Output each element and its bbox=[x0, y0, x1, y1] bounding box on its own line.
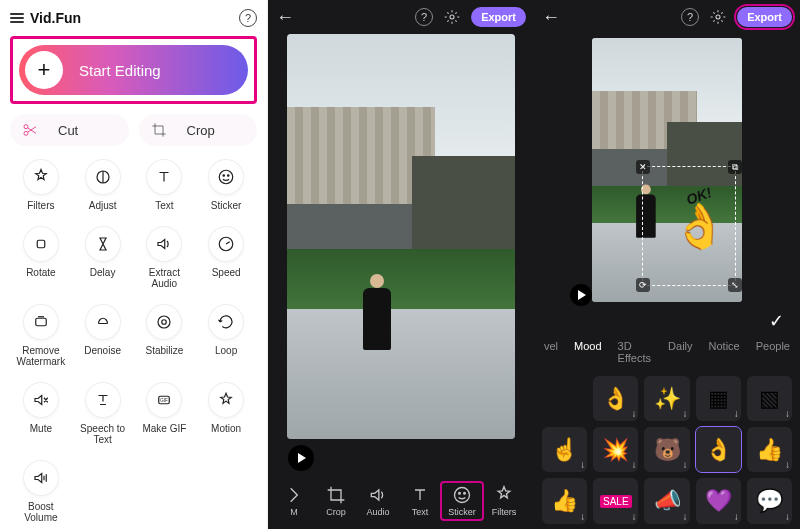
export-button[interactable]: Export bbox=[737, 7, 792, 27]
play-button[interactable] bbox=[288, 445, 314, 471]
delete-handle[interactable]: ✕ bbox=[636, 160, 650, 174]
tool-delay[interactable]: Delay bbox=[72, 227, 134, 289]
editor-toolbar: M Crop Audio Text Sticker Filters All bbox=[268, 473, 534, 529]
confirm-button[interactable]: ✓ bbox=[769, 310, 784, 332]
sticker-item[interactable]: 📣↓ bbox=[644, 478, 689, 523]
cut-button[interactable]: Cut bbox=[10, 114, 129, 146]
tool-extract-audio[interactable]: Extract Audio bbox=[134, 227, 196, 289]
download-icon: ↓ bbox=[734, 408, 739, 419]
denoise-icon bbox=[86, 305, 120, 339]
download-icon: ↓ bbox=[631, 511, 636, 522]
back-button[interactable]: ← bbox=[276, 7, 294, 28]
cat-tab[interactable]: vel bbox=[544, 340, 558, 364]
text-icon bbox=[147, 160, 181, 194]
tool-text[interactable]: Text bbox=[134, 160, 196, 211]
start-editing-button[interactable]: + Start Editing bbox=[19, 45, 248, 95]
speed-icon bbox=[209, 227, 243, 261]
video-preview[interactable] bbox=[287, 34, 515, 439]
motion-icon bbox=[209, 383, 243, 417]
tool-sticker[interactable]: Sticker bbox=[195, 160, 257, 211]
tool-filters[interactable]: Filters bbox=[10, 160, 72, 211]
tool-motion[interactable]: Motion bbox=[195, 383, 257, 445]
cat-tab[interactable]: 3D Effects bbox=[618, 340, 653, 364]
cat-tab[interactable]: Mood bbox=[574, 340, 602, 364]
placed-sticker[interactable]: OK! 👌 bbox=[668, 188, 730, 264]
sticker-item[interactable]: ▧↓ bbox=[747, 376, 792, 421]
rotate-handle[interactable]: ⟳ bbox=[636, 278, 650, 292]
tool-loop[interactable]: Loop bbox=[195, 305, 257, 367]
sticker-item[interactable]: ☝️↓ bbox=[542, 427, 587, 472]
svg-point-10 bbox=[158, 316, 170, 328]
tb-all[interactable]: All bbox=[526, 485, 534, 517]
svg-point-16 bbox=[464, 493, 466, 495]
stabilize-icon bbox=[147, 305, 181, 339]
tool-make-gif[interactable]: GIFMake GIF bbox=[134, 383, 196, 445]
tool-rotate[interactable]: Rotate bbox=[10, 227, 72, 289]
tool-boost-volume[interactable]: Boost Volume bbox=[10, 461, 72, 523]
help-icon[interactable]: ? bbox=[239, 9, 257, 27]
sticker-item[interactable]: 💜↓ bbox=[696, 478, 741, 523]
sticker-item[interactable]: 👍↓ bbox=[747, 427, 792, 472]
sticker-item-selected[interactable]: 👌 bbox=[696, 427, 741, 472]
download-icon: ↓ bbox=[785, 459, 790, 470]
sticker-item[interactable]: ▦↓ bbox=[696, 376, 741, 421]
sticker-item[interactable]: 💥↓ bbox=[593, 427, 638, 472]
cat-tab[interactable]: Daily bbox=[668, 340, 692, 364]
tb-sticker[interactable]: Sticker bbox=[442, 483, 482, 519]
play-button[interactable] bbox=[570, 284, 592, 306]
settings-icon[interactable] bbox=[709, 8, 727, 26]
cat-tab[interactable]: Notice bbox=[709, 340, 740, 364]
export-button[interactable]: Export bbox=[471, 7, 526, 27]
settings-icon[interactable] bbox=[443, 8, 461, 26]
tool-remove-watermark[interactable]: Remove Watermark bbox=[10, 305, 72, 367]
tb-text[interactable]: Text bbox=[400, 485, 440, 517]
filters-icon bbox=[24, 160, 58, 194]
video-preview[interactable]: ✕ ⧉ ⟳ ⤡ OK! 👌 bbox=[592, 38, 742, 302]
tool-speech-to-text[interactable]: Speech to Text bbox=[72, 383, 134, 445]
resize-handle[interactable]: ⤡ bbox=[728, 278, 742, 292]
download-icon: ↓ bbox=[734, 511, 739, 522]
tool-speed[interactable]: Speed bbox=[195, 227, 257, 289]
help-icon[interactable]: ? bbox=[415, 8, 433, 26]
mute-icon bbox=[24, 383, 58, 417]
svg-point-4 bbox=[223, 175, 225, 177]
download-icon: ↓ bbox=[580, 511, 585, 522]
rotate-icon bbox=[24, 227, 58, 261]
back-button[interactable]: ← bbox=[542, 7, 560, 28]
tool-mute[interactable]: Mute bbox=[10, 383, 72, 445]
tb-item-partial[interactable]: M bbox=[274, 485, 314, 517]
start-editing-label: Start Editing bbox=[79, 62, 161, 79]
home-panel: Vid.Fun ? + Start Editing Cut Crop Filte… bbox=[0, 0, 268, 529]
tool-stabilize[interactable]: Stabilize bbox=[134, 305, 196, 367]
crop-icon bbox=[151, 122, 167, 138]
scissors-icon bbox=[22, 122, 38, 138]
sticker-item[interactable]: 💬↓ bbox=[747, 478, 792, 523]
tools-grid: Filters Adjust Text Sticker Rotate Delay… bbox=[10, 160, 257, 523]
sticker-item[interactable]: 🐻↓ bbox=[644, 427, 689, 472]
sticker-item[interactable]: SALE↓ bbox=[593, 478, 638, 523]
svg-point-14 bbox=[455, 488, 470, 503]
cat-tab[interactable]: People bbox=[756, 340, 790, 364]
tool-denoise[interactable]: Denoise bbox=[72, 305, 134, 367]
crop-button[interactable]: Crop bbox=[139, 114, 258, 146]
download-icon: ↓ bbox=[683, 408, 688, 419]
editor-panel: ← ? Export M Crop Audio Text Sticker Fil… bbox=[268, 0, 534, 529]
download-icon: ↓ bbox=[683, 511, 688, 522]
download-icon: ↓ bbox=[785, 408, 790, 419]
boost-volume-icon bbox=[24, 461, 58, 495]
svg-point-3 bbox=[219, 170, 233, 184]
download-icon: ↓ bbox=[631, 408, 636, 419]
copy-handle[interactable]: ⧉ bbox=[728, 160, 742, 174]
tb-crop[interactable]: Crop bbox=[316, 485, 356, 517]
tb-filters[interactable]: Filters bbox=[484, 485, 524, 517]
sticker-item[interactable]: 👌↓ bbox=[593, 376, 638, 421]
svg-point-13 bbox=[450, 15, 454, 19]
ok-hand-icon: 👌 bbox=[672, 204, 727, 248]
help-icon[interactable]: ? bbox=[681, 8, 699, 26]
sticker-item[interactable]: ✨↓ bbox=[644, 376, 689, 421]
menu-icon[interactable] bbox=[10, 11, 24, 25]
sticker-item[interactable]: 👍↓ bbox=[542, 478, 587, 523]
tb-audio[interactable]: Audio bbox=[358, 485, 398, 517]
svg-point-9 bbox=[162, 320, 167, 325]
tool-adjust[interactable]: Adjust bbox=[72, 160, 134, 211]
